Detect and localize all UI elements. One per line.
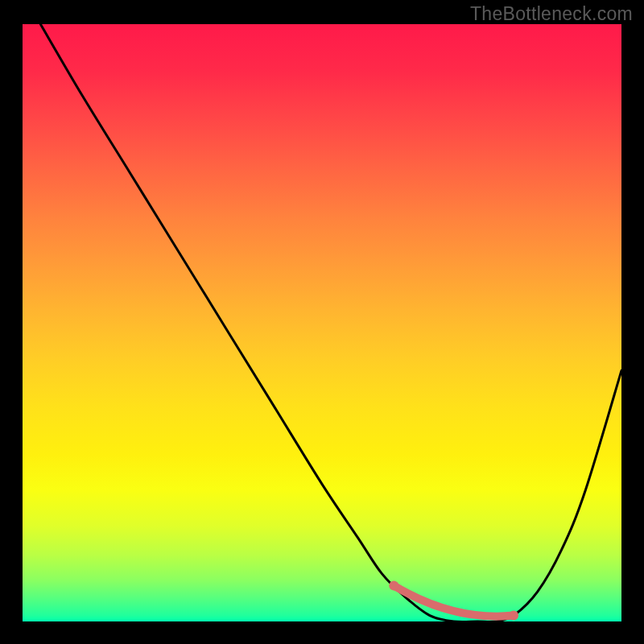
highlight-dot-right [509,611,518,621]
chart-plot-area [23,24,621,621]
highlight-dot-left [389,580,398,590]
highlight-segment [394,585,514,616]
attribution-watermark: TheBottleneck.com [470,3,633,25]
chart-svg [23,24,621,621]
bottleneck-curve [40,24,621,621]
